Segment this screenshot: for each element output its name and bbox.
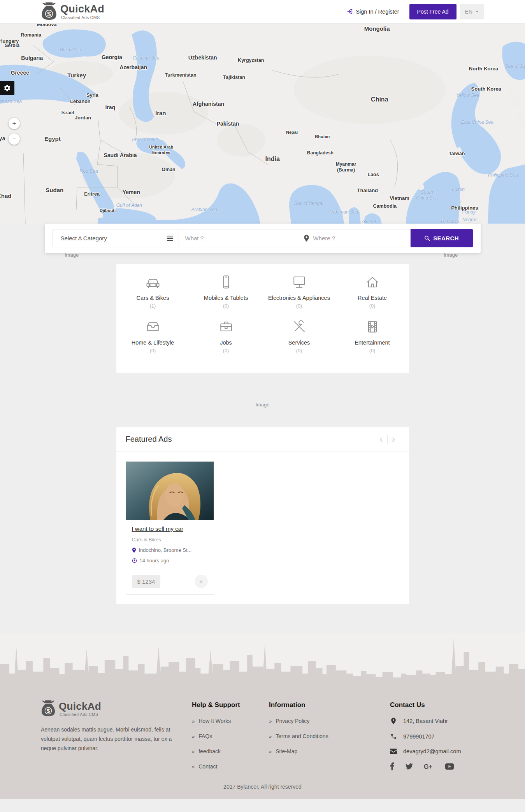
money-bag-icon: $: [41, 699, 56, 719]
logo[interactable]: $ QuickAd Classified Ads CMS: [41, 1, 104, 22]
map-country-label: Myanmar (Burma): [336, 161, 356, 173]
categories-panel: Cars & Bikes(1)Mobiles & Tablets(0)Elect…: [116, 264, 409, 373]
footer-email: devagryd2@gmail.com: [403, 748, 461, 754]
map-country-label: Hungary: [0, 39, 19, 45]
map-country-label: Cambodia: [373, 203, 397, 210]
footer-address: 142, Basant Viahr: [403, 718, 448, 724]
chevron-down-icon: [476, 11, 479, 12]
map-sea-label: Black Sea: [60, 47, 81, 52]
category-item-mobiles-tablets[interactable]: Mobiles & Tablets(0): [190, 273, 263, 309]
what-input[interactable]: [179, 229, 298, 247]
map-sea-label: Negros: [462, 217, 478, 222]
footer-logo[interactable]: $ QuickAd Classified Ads CMS: [41, 699, 177, 719]
map-zoom-out-button[interactable]: −: [9, 133, 20, 145]
category-count: (0): [190, 303, 263, 309]
post-free-ad-button[interactable]: Post Free Ad: [409, 4, 457, 19]
ad-title-link[interactable]: I want to sell my car: [132, 525, 184, 532]
map-sea-label: Caspian Sea: [133, 55, 160, 61]
ad-photo[interactable]: [126, 462, 214, 520]
search-button[interactable]: SEARCH: [411, 229, 473, 247]
category-label: Mobiles & Tablets: [190, 295, 263, 301]
map-country-label: Egypt: [44, 135, 61, 143]
category-label: Home & Lifestyle: [116, 340, 190, 346]
footer-link[interactable]: »How It Works: [192, 718, 269, 724]
category-item-entertainment[interactable]: Entertainment(0): [336, 317, 409, 354]
category-item-cars-bikes[interactable]: Cars & Bikes(1): [116, 273, 190, 309]
map-country-label: Syria: [86, 93, 98, 99]
footer-email-row[interactable]: devagryd2@gmail.com: [390, 748, 484, 754]
category-item-services[interactable]: Services(0): [263, 317, 336, 354]
location-pin-icon: [304, 234, 309, 242]
map-zoom-in-button[interactable]: +: [9, 118, 20, 129]
twitter-icon[interactable]: [405, 763, 413, 770]
map-sea-label: anean Sea: [0, 98, 22, 104]
category-count: (0): [190, 348, 263, 354]
location-pin-icon: [132, 548, 136, 553]
featured-ads-title: Featured Ads: [126, 435, 172, 444]
youtube-icon[interactable]: [445, 763, 454, 770]
map-country-label: Afghanistan: [193, 101, 224, 108]
facebook-icon[interactable]: [390, 762, 395, 770]
monitor-icon: [263, 273, 336, 291]
map-country-label: Thailand: [357, 187, 378, 194]
envelope-icon: [390, 749, 397, 754]
map-sea-label: Philippine Sea: [488, 172, 518, 178]
category-label: Real Estate: [336, 295, 409, 301]
location-pin-icon: [390, 718, 397, 724]
map-sea-label: South China Sea: [416, 189, 438, 201]
carousel-next-button[interactable]: ›: [387, 435, 400, 444]
featured-ad-card[interactable]: I want to sell my carCars & BikesIndochi…: [126, 461, 214, 595]
map-country-label: Laos: [368, 172, 379, 178]
map-country-label: Yemen: [123, 189, 140, 196]
house-icon: [336, 273, 409, 291]
footer-link[interactable]: »Contact: [192, 763, 269, 770]
world-map[interactable]: HungaryMoldovaRomaniaSerbiaBulgariaGreec…: [0, 24, 525, 236]
map-country-label: China: [371, 96, 388, 103]
category-item-jobs[interactable]: Jobs(0): [190, 317, 263, 354]
footer-link[interactable]: »Site-Map: [269, 748, 364, 754]
map-country-label: India: [265, 155, 279, 163]
double-chevron-icon: »: [192, 764, 195, 770]
mobile-icon: [190, 273, 263, 291]
map-country-label: Turkmenistan: [165, 73, 197, 79]
category-count: (0): [336, 348, 409, 354]
googleplus-icon[interactable]: G+: [424, 763, 435, 770]
footer-phone-row[interactable]: 9799901707: [390, 733, 484, 740]
footer-link[interactable]: »Privacy Policy: [269, 718, 364, 724]
map-sea-label: Bay of Bengal: [294, 200, 323, 206]
briefcase-icon: [190, 317, 263, 336]
main-content: Select A Category SEARCH Image Image Car…: [0, 224, 525, 633]
map-settings-button[interactable]: [0, 81, 14, 95]
language-dropdown[interactable]: EN: [460, 4, 484, 19]
footer-link[interactable]: »Terms and Conditions: [269, 733, 364, 739]
ad-location: Indochino, Broome St...: [139, 547, 192, 553]
footer-link[interactable]: »FAQs: [192, 733, 269, 739]
carousel-prev-button[interactable]: ‹: [375, 435, 387, 444]
phone-icon: [390, 733, 397, 740]
category-item-home-lifestyle[interactable]: Home & Lifestyle(0): [116, 317, 190, 354]
header: $ QuickAd Classified Ads CMS Sign In / R…: [0, 0, 525, 24]
where-input[interactable]: [309, 235, 410, 242]
footer-link[interactable]: »feedback: [192, 748, 269, 754]
map-country-label: Bangladesh: [307, 150, 334, 156]
logo-title: QuickAd: [60, 4, 104, 14]
drawer-icon: [116, 317, 190, 336]
footer: $ QuickAd Classified Ads CMS Aenean soda…: [0, 685, 525, 774]
favorite-button[interactable]: ♥: [195, 575, 208, 588]
map-sea-label: East China Sea: [461, 119, 493, 125]
sign-in-link[interactable]: Sign In / Register: [347, 9, 399, 15]
map-country-label: Vietnam: [390, 195, 409, 201]
footer-phone: 9799901707: [403, 733, 435, 740]
map-sea-label: Panay: [462, 209, 476, 215]
category-select-value: Select A Category: [61, 235, 107, 242]
category-item-electronics-appliances[interactable]: Electronics & Appliances(0): [263, 273, 336, 309]
double-chevron-icon: »: [192, 718, 195, 724]
double-chevron-icon: »: [192, 733, 195, 739]
map-country-label: Uzbekistan: [188, 54, 217, 61]
map-country-label: Jordan: [75, 115, 91, 121]
money-bag-icon: $: [41, 1, 57, 22]
category-item-real-estate[interactable]: Real Estate(0): [336, 273, 409, 309]
map-country-label: Lebanon: [70, 99, 90, 105]
category-select[interactable]: Select A Category: [53, 229, 179, 247]
map-country-label: Eritrea: [84, 191, 100, 198]
